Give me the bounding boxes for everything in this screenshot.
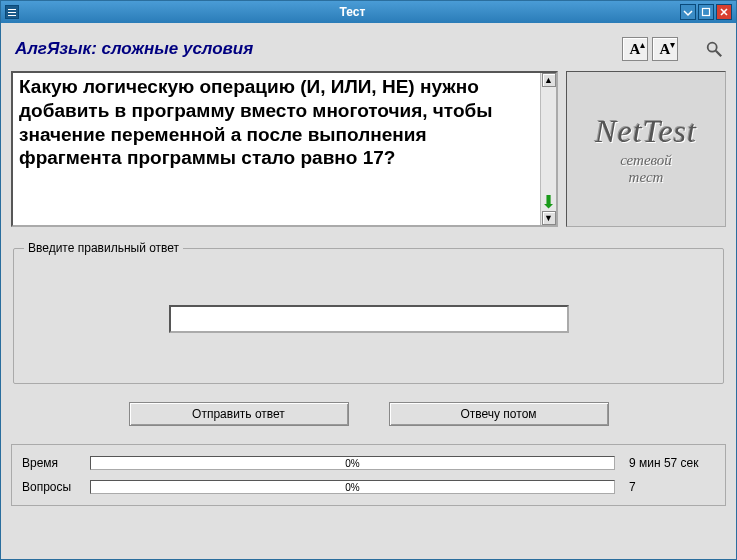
font-decrease-button[interactable]: A ▾ (652, 37, 678, 61)
answer-fieldset: Введите правильный ответ (13, 241, 724, 384)
font-size-controls: A ▴ A ▾ (622, 37, 726, 61)
window-buttons (680, 4, 732, 20)
logo-panel: NetTest сетевой тест (566, 71, 726, 227)
question-row: Какую логическую операцию (И, ИЛИ, НЕ) н… (11, 71, 726, 227)
svg-line-2 (716, 51, 721, 56)
magnifier-icon (705, 40, 723, 58)
status-area: Время 0% 9 мин 57 сек Вопросы 0% 7 (11, 444, 726, 506)
zoom-button[interactable] (702, 37, 726, 61)
time-value: 9 мин 57 сек (623, 456, 715, 470)
later-button[interactable]: Отвечу потом (389, 402, 609, 426)
question-scrollbar[interactable]: ▲ ⬇ ▼ (540, 73, 556, 225)
questions-row: Вопросы 0% 7 (22, 477, 715, 497)
button-row: Отправить ответ Отвечу потом (11, 402, 726, 426)
font-letter-icon: A (630, 41, 641, 58)
time-label: Время (22, 456, 82, 470)
logo-sub-line1: сетевой (620, 152, 672, 168)
font-letter-icon: A (660, 41, 671, 58)
logo-subtitle: сетевой тест (620, 152, 672, 185)
green-down-arrow-icon: ⬇ (541, 195, 556, 209)
font-increase-button[interactable]: A ▴ (622, 37, 648, 61)
up-arrow-icon: ▴ (640, 39, 645, 50)
answer-input[interactable] (169, 305, 569, 333)
question-box: Какую логическую операцию (И, ИЛИ, НЕ) н… (11, 71, 558, 227)
questions-value: 7 (623, 480, 715, 494)
submit-button[interactable]: Отправить ответ (129, 402, 349, 426)
scroll-up-button[interactable]: ▲ (542, 73, 556, 87)
question-text: Какую логическую операцию (И, ИЛИ, НЕ) н… (13, 73, 540, 225)
logo-sub-line2: тест (629, 169, 664, 185)
down-arrow-icon: ▾ (670, 39, 675, 50)
questions-percent: 0% (345, 482, 359, 493)
header-row: АлгЯзык: сложные условия A ▴ A ▾ (11, 31, 726, 67)
svg-point-1 (708, 43, 717, 52)
time-percent: 0% (345, 458, 359, 469)
questions-label: Вопросы (22, 480, 82, 494)
questions-progress: 0% (90, 480, 615, 494)
titlebar: Тест (1, 1, 736, 23)
window-title: Тест (25, 5, 680, 19)
scroll-down-button[interactable]: ▼ (542, 211, 556, 225)
content-area: АлгЯзык: сложные условия A ▴ A ▾ (1, 23, 736, 559)
close-button[interactable] (716, 4, 732, 20)
time-progress: 0% (90, 456, 615, 470)
topic-title: АлгЯзык: сложные условия (11, 39, 622, 59)
answer-legend: Введите правильный ответ (24, 241, 183, 255)
time-row: Время 0% 9 мин 57 сек (22, 453, 715, 473)
app-window: Тест АлгЯзык: сложные условия A ▴ A (0, 0, 737, 560)
svg-rect-0 (703, 9, 710, 16)
maximize-button[interactable] (698, 4, 714, 20)
minimize-button[interactable] (680, 4, 696, 20)
logo-title: NetTest (595, 113, 697, 150)
system-menu-icon[interactable] (5, 5, 19, 19)
